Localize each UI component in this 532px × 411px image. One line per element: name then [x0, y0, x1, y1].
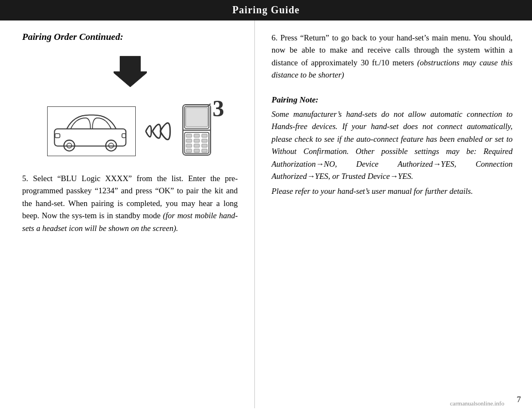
svg-rect-21: [202, 144, 207, 147]
svg-rect-16: [186, 139, 192, 142]
watermark: carmanualsonline.info: [450, 400, 504, 407]
svg-rect-18: [202, 139, 207, 142]
svg-rect-7: [122, 133, 126, 137]
step6-text: 6. Press “Return” to go back to your han…: [272, 32, 513, 81]
car-illustration: [47, 106, 136, 156]
pairing-note-text: Some manufacturer’s hand-sets do not all…: [272, 108, 513, 197]
svg-point-3: [66, 143, 71, 148]
pairing-note-section: Pairing Note: Some manufacturer’s hand-s…: [272, 95, 513, 197]
svg-marker-0: [114, 56, 147, 87]
page-header: Pairing Guide: [0, 0, 532, 20]
section-title: Pairing Order Continued:: [22, 32, 238, 43]
svg-rect-14: [194, 134, 200, 137]
right-column: 6. Press “Return” to go back to your han…: [255, 20, 532, 408]
step5-text: 5. Select “BLU Logic XXXX” from the list…: [22, 172, 238, 234]
svg-rect-20: [194, 144, 200, 147]
phone-illustration: 3: [180, 104, 213, 158]
svg-rect-22: [186, 149, 192, 152]
svg-point-2: [64, 140, 75, 151]
left-column: Pairing Order Continued:: [0, 20, 255, 408]
svg-rect-19: [186, 144, 192, 147]
svg-rect-24: [202, 149, 207, 152]
step-number: 3: [213, 95, 224, 122]
svg-rect-1: [54, 129, 126, 146]
svg-rect-13: [186, 134, 192, 137]
page-number: 7: [517, 395, 521, 404]
illustration-area: 3: [22, 104, 238, 158]
svg-point-4: [105, 140, 116, 151]
svg-rect-10: [186, 107, 208, 127]
header-title: Pairing Guide: [232, 4, 300, 16]
main-content: Pairing Order Continued:: [0, 20, 532, 408]
svg-rect-23: [194, 149, 200, 152]
svg-rect-17: [194, 139, 200, 142]
svg-rect-6: [55, 133, 60, 137]
down-arrow-icon: [114, 54, 147, 87]
svg-point-5: [109, 143, 114, 148]
down-arrow-container: [22, 54, 238, 87]
pairing-note-title: Pairing Note:: [272, 95, 513, 105]
signal-waves: [141, 115, 172, 148]
svg-rect-15: [202, 134, 207, 137]
